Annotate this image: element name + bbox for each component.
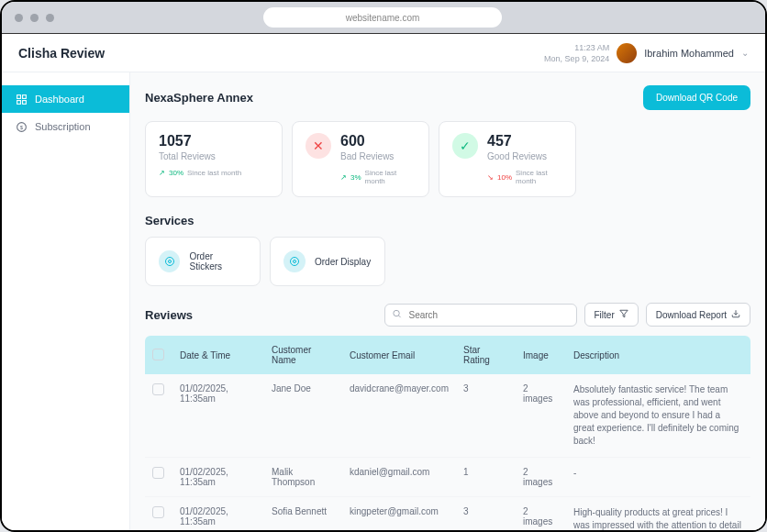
cell-email: kingpeter@gmail.com — [342, 497, 456, 531]
date: Mon, Sep 9, 2024 — [544, 53, 609, 64]
sidebar-item-subscription[interactable]: $ Subscription — [2, 113, 129, 140]
stat-value: 1057 — [159, 133, 269, 150]
stat-trend: ↘ 10% Since last month — [487, 169, 562, 185]
cell-datetime: 01/02/2025, 11:35am — [172, 374, 264, 458]
cell-name: Malik Thompson — [264, 458, 342, 497]
col-rating[interactable]: Star Rating — [456, 336, 516, 374]
svg-point-9 — [294, 260, 296, 263]
traffic-light-minimize[interactable] — [30, 14, 39, 22]
cell-image: 2 images — [516, 497, 566, 531]
download-icon — [731, 309, 740, 320]
arrow-up-icon: ↗ — [340, 173, 347, 182]
sticker-icon — [159, 250, 180, 272]
trend-value: 3% — [350, 173, 361, 182]
stat-label: Total Reviews — [159, 151, 269, 161]
traffic-light-maximize[interactable] — [46, 14, 54, 22]
app-logo: Clisha Review — [18, 46, 105, 61]
svg-point-8 — [291, 258, 299, 266]
col-description[interactable]: Description — [566, 336, 750, 374]
trend-note: Since last month — [187, 169, 241, 177]
trend-note: Since last month — [516, 169, 562, 185]
traffic-light-close[interactable] — [15, 14, 23, 22]
dollar-circle-icon: $ — [15, 120, 28, 133]
stat-value: 600 — [340, 133, 416, 150]
select-all-checkbox[interactable] — [152, 349, 164, 360]
filter-icon — [619, 309, 628, 320]
arrow-up-icon: ↗ — [159, 169, 165, 177]
download-report-button[interactable]: Download Report — [646, 303, 750, 327]
user-menu[interactable]: 11:23 AM Mon, Sep 9, 2024 Ibrahim Mohamm… — [544, 42, 749, 64]
service-label: Order Display — [315, 257, 371, 267]
row-checkbox[interactable] — [152, 467, 164, 479]
cell-description: High-quality products at great prices! I… — [566, 497, 750, 531]
trend-value: 10% — [497, 173, 512, 182]
chevron-down-icon: ⌄ — [741, 48, 749, 58]
app-shell: Clisha Review 11:23 AM Mon, Sep 9, 2024 … — [2, 34, 765, 530]
reviews-table: Date & Time Customer Name Customer Email… — [145, 336, 750, 530]
trend-note: Since last month — [365, 169, 416, 185]
sidebar-item-dashboard[interactable]: Dashboard — [2, 85, 129, 113]
arrow-down-icon: ↘ — [487, 173, 494, 182]
svg-point-10 — [393, 310, 398, 316]
cell-rating: 1 — [456, 458, 516, 497]
stat-value: 457 — [487, 133, 562, 150]
stat-card-good: ✓ 457 Good Reviews ↘ 10% Since last mont… — [439, 121, 576, 197]
cell-description: Absolutely fantastic service! The team w… — [566, 374, 750, 458]
page-title: NexaSphere Annex — [145, 91, 253, 105]
reviews-toolbar: Reviews Filter Download Re — [145, 303, 750, 327]
stat-trend: ↗ 30% Since last month — [159, 169, 269, 177]
table-header-row: Date & Time Customer Name Customer Email… — [145, 336, 750, 374]
svg-point-7 — [168, 260, 171, 263]
trend-value: 30% — [169, 169, 183, 177]
cell-description: - — [566, 458, 750, 497]
time-date: 11:23 AM Mon, Sep 9, 2024 — [544, 42, 609, 64]
url-text: websitename.com — [346, 13, 420, 23]
stats-row: 1057 Total Reviews ↗ 30% Since last mont… — [145, 121, 750, 197]
stat-card-bad: ✕ 600 Bad Reviews ↗ 3% Since last month — [292, 121, 429, 197]
reviews-heading: Reviews — [145, 308, 193, 322]
time: 11:23 AM — [544, 42, 609, 53]
cell-name: Sofia Bennett — [264, 497, 342, 531]
col-image[interactable]: Image — [516, 336, 566, 374]
search-input[interactable] — [384, 304, 577, 327]
row-checkbox[interactable] — [152, 506, 164, 518]
svg-rect-2 — [17, 100, 20, 104]
svg-line-11 — [398, 316, 400, 317]
display-icon — [283, 250, 306, 272]
stat-card-total: 1057 Total Reviews ↗ 30% Since last mont… — [145, 121, 283, 197]
user-name: Ibrahim Mohammed — [644, 48, 734, 59]
svg-rect-3 — [22, 100, 26, 104]
svg-rect-0 — [17, 94, 20, 98]
download-label: Download Report — [656, 310, 727, 320]
col-name[interactable]: Customer Name — [264, 336, 342, 374]
url-bar[interactable]: websitename.com — [263, 7, 502, 28]
cell-datetime: 01/02/2025, 11:35am — [172, 497, 264, 531]
page-header: NexaSphere Annex Download QR Code — [145, 85, 750, 110]
search-box — [384, 304, 577, 327]
check-circle-icon: ✓ — [452, 133, 478, 159]
download-qr-button[interactable]: Download QR Code — [643, 85, 750, 110]
main-content: NexaSphere Annex Download QR Code 1057 T… — [130, 72, 765, 530]
browser-window: websitename.com Clisha Review 11:23 AM M… — [0, 0, 767, 532]
sidebar: Dashboard $ Subscription — [2, 72, 130, 530]
service-order-display[interactable]: Order Display — [270, 237, 385, 286]
stat-label: Good Reviews — [487, 151, 562, 161]
app-body: Dashboard $ Subscription NexaSphere Anne… — [2, 72, 765, 530]
svg-point-6 — [165, 258, 173, 266]
cell-rating: 3 — [456, 374, 516, 458]
sidebar-item-label: Dashboard — [35, 94, 84, 105]
svg-rect-1 — [22, 94, 26, 98]
stat-trend: ↗ 3% Since last month — [340, 169, 416, 185]
col-date[interactable]: Date & Time — [172, 336, 264, 374]
table-row: 01/02/2025, 11:35am Sofia Bennett kingpe… — [145, 497, 750, 531]
services-row: Order Stickers Order Display — [145, 237, 750, 286]
filter-button[interactable]: Filter — [584, 303, 639, 327]
service-order-stickers[interactable]: Order Stickers — [145, 237, 261, 286]
row-checkbox[interactable] — [152, 383, 164, 395]
table-row: 01/02/2025, 11:35am Malik Thompson kdani… — [145, 458, 750, 497]
col-email[interactable]: Customer Email — [342, 336, 456, 374]
svg-text:$: $ — [19, 124, 23, 129]
table-row: 01/02/2025, 11:35am Jane Doe davidcrane@… — [145, 374, 750, 458]
service-label: Order Stickers — [189, 251, 247, 272]
x-circle-icon: ✕ — [306, 133, 331, 159]
